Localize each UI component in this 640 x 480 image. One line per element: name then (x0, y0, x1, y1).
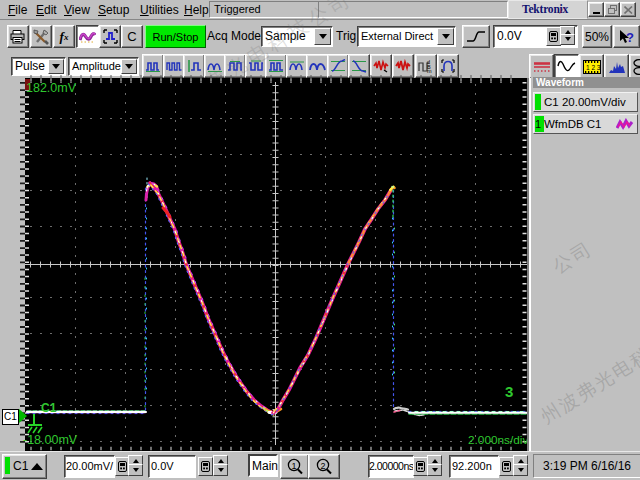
svg-text:1: 1 (291, 461, 296, 471)
svg-text:2.000ns/div: 2.000ns/div (468, 433, 528, 447)
svg-text:1 2 3: 1 2 3 (586, 63, 601, 70)
svg-text:-18.00mV: -18.00mV (23, 433, 78, 447)
svg-text:2: 2 (321, 461, 326, 471)
svg-text:?: ? (626, 30, 634, 45)
svg-text:C1: C1 (41, 401, 57, 415)
svg-text:3: 3 (505, 383, 513, 400)
svg-text:m: m (427, 68, 432, 73)
svg-text:182.0mV: 182.0mV (26, 81, 77, 95)
